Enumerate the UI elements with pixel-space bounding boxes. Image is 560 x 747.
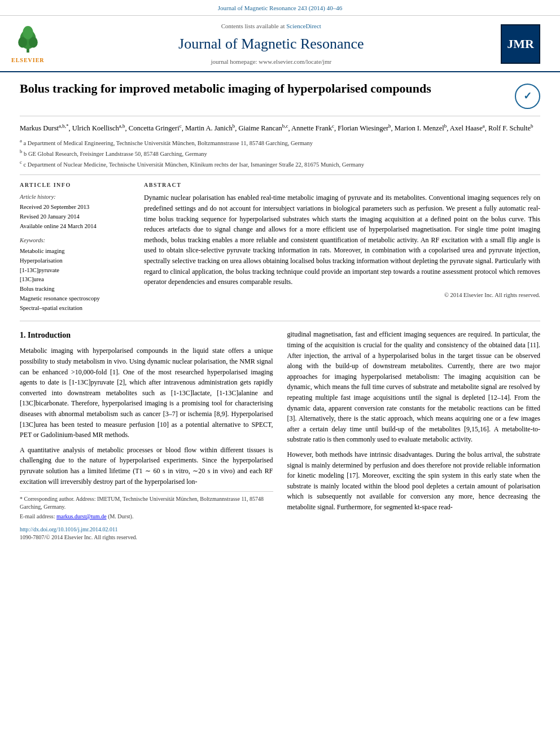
- email-footnote: E-mail address: markus.durst@tum.de (M. …: [20, 513, 273, 521]
- keywords-label: Keywords:: [20, 236, 133, 245]
- footnote-section: * Corresponding author. Address: IMETUM,…: [20, 491, 273, 521]
- keyword-3: [1-13C]pyruvate: [20, 266, 133, 275]
- keyword-1: Metabolic imaging: [20, 247, 133, 256]
- section-1-title: 1. Introduction: [20, 329, 273, 341]
- article-history-label: Article history:: [20, 193, 133, 202]
- article-title-section: Bolus tracking for improved metabolic im…: [20, 81, 540, 116]
- keywords-section: Keywords: Metabolic imaging Hyperpolaris…: [20, 236, 133, 312]
- keyword-6: Magnetic resonance spectroscopy: [20, 294, 133, 303]
- sciencedirect-line: Contents lists available at ScienceDirec…: [56, 21, 487, 31]
- elsevier-brand-text: ELSEVIER: [11, 56, 45, 64]
- available-date: Available online 24 March 2014: [20, 222, 133, 231]
- affiliation-a: a a Department of Medical Engineering, T…: [20, 137, 540, 147]
- affiliation-c: c c Department of Nuclear Medicine, Tech…: [20, 159, 540, 169]
- body-content: 1. Introduction Metabolic imaging with h…: [20, 329, 540, 543]
- revised-date: Revised 20 January 2014: [20, 212, 133, 221]
- info-abstract-section: ARTICLE INFO Article history: Received 2…: [20, 174, 540, 313]
- corresponding-author-note: * Corresponding author. Address: IMETUM,…: [20, 495, 273, 511]
- abstract-text: Dynamic nuclear polarisation has enabled…: [144, 193, 540, 287]
- body-right-col: gitudinal magnetisation, fast and effici…: [287, 329, 541, 543]
- sciencedirect-link[interactable]: ScienceDirect: [286, 23, 321, 29]
- jmr-abbreviation-logo: JMR: [501, 24, 540, 64]
- doi-block: http://dx.doi.org/10.1016/j.jmr.2014.02.…: [20, 525, 273, 541]
- crossmark-icon: ✓: [523, 89, 532, 104]
- crossmark-logo[interactable]: ✓: [515, 84, 540, 109]
- main-content: Bolus tracking for improved metabolic im…: [0, 72, 560, 555]
- body-left-col: 1. Introduction Metabolic imaging with h…: [20, 329, 273, 543]
- article-info-header: ARTICLE INFO: [20, 181, 133, 189]
- copyright-line: © 2014 Elsevier Inc. All rights reserved…: [144, 291, 540, 300]
- abstract-header: ABSTRACT: [144, 181, 540, 189]
- journal-reference: Journal of Magnetic Resonance 243 (2014)…: [0, 0, 560, 16]
- svg-point-4: [23, 25, 33, 39]
- article-title: Bolus tracking for improved metabolic im…: [20, 81, 515, 97]
- elsevier-logo: ELSEVIER: [11, 24, 45, 64]
- email-link[interactable]: markus.durst@tum.de: [56, 513, 107, 519]
- affiliations: a a Department of Medical Engineering, T…: [20, 137, 540, 169]
- elsevier-tree-icon: [12, 24, 43, 55]
- right-para-2: However, both methods have intrinsic dis…: [287, 449, 541, 513]
- article-info-col: ARTICLE INFO Article history: Received 2…: [20, 181, 133, 313]
- issn-line: 1090-7807/© 2014 Elsevier Inc. All right…: [20, 534, 273, 541]
- journal-name: Journal of Magnetic Resonance: [56, 33, 487, 55]
- received-date: Received 20 September 2013: [20, 203, 133, 212]
- jmr-logo-block: JMR: [498, 24, 543, 64]
- keyword-5: Bolus tracking: [20, 285, 133, 294]
- keyword-2: Hyperpolarisation: [20, 256, 133, 265]
- doi-link[interactable]: http://dx.doi.org/10.1016/j.jmr.2014.02.…: [20, 525, 273, 534]
- journal-title-block: Contents lists available at ScienceDirec…: [45, 21, 498, 67]
- journal-header: ELSEVIER Contents lists available at Sci…: [0, 16, 560, 72]
- right-para-1: gitudinal magnetisation, fast and effici…: [287, 329, 541, 445]
- affiliation-b: b b GE Global Research, Freisinger Lands…: [20, 148, 540, 158]
- section-divider: [20, 321, 540, 321]
- keyword-7: Spectral–spatial excitation: [20, 304, 133, 313]
- intro-para-2: A quantitative analysis of metabolic pro…: [20, 445, 273, 487]
- authors-section: Markus Dursta,b,*, Ulrich Koellischa,b, …: [20, 122, 540, 134]
- journal-homepage: journal homepage: www.elsevier.com/locat…: [56, 57, 487, 67]
- intro-para-1: Metabolic imaging with hyperpolarised co…: [20, 346, 273, 440]
- keyword-4: [13C]urea: [20, 275, 133, 284]
- abstract-col: ABSTRACT Dynamic nuclear polarisation ha…: [144, 181, 540, 313]
